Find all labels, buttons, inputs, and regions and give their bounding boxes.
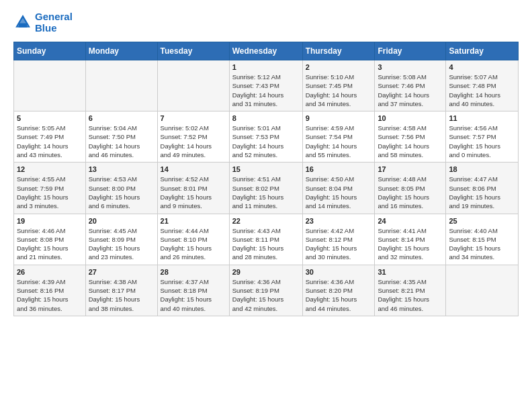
day-number: 3 — [378, 63, 443, 71]
calendar-cell: 4Sunrise: 5:07 AM Sunset: 7:48 PM Daylig… — [446, 60, 519, 111]
day-info: Sunrise: 5:05 AM Sunset: 7:49 PM Dayligh… — [17, 124, 83, 159]
header: General Blue — [13, 11, 519, 34]
day-number: 11 — [449, 114, 515, 122]
calendar-cell: 30Sunrise: 4:36 AM Sunset: 8:20 PM Dayli… — [302, 265, 375, 316]
day-info: Sunrise: 4:39 AM Sunset: 8:16 PM Dayligh… — [17, 277, 83, 313]
day-info: Sunrise: 4:45 AM Sunset: 8:09 PM Dayligh… — [89, 226, 154, 262]
calendar-cell: 28Sunrise: 4:37 AM Sunset: 8:18 PM Dayli… — [157, 265, 229, 316]
day-info: Sunrise: 4:41 AM Sunset: 8:14 PM Dayligh… — [378, 226, 443, 262]
day-info: Sunrise: 5:01 AM Sunset: 7:53 PM Dayligh… — [232, 124, 300, 159]
day-number: 8 — [232, 114, 300, 122]
calendar-cell: 1Sunrise: 5:12 AM Sunset: 7:43 PM Daylig… — [229, 60, 302, 111]
day-number: 2 — [306, 63, 372, 71]
calendar-cell — [446, 265, 519, 316]
day-number: 9 — [306, 114, 372, 122]
day-number: 4 — [449, 63, 515, 71]
calendar-cell: 31Sunrise: 4:35 AM Sunset: 8:21 PM Dayli… — [375, 265, 446, 316]
day-info: Sunrise: 4:44 AM Sunset: 8:10 PM Dayligh… — [161, 226, 226, 262]
day-info: Sunrise: 4:48 AM Sunset: 8:05 PM Dayligh… — [378, 175, 443, 210]
week-row-1: 1Sunrise: 5:12 AM Sunset: 7:43 PM Daylig… — [14, 60, 519, 111]
day-info: Sunrise: 4:55 AM Sunset: 7:59 PM Dayligh… — [17, 175, 83, 210]
day-number: 6 — [89, 114, 154, 122]
calendar-cell: 22Sunrise: 4:43 AM Sunset: 8:11 PM Dayli… — [229, 214, 302, 265]
day-info: Sunrise: 4:43 AM Sunset: 8:11 PM Dayligh… — [232, 226, 300, 262]
day-info: Sunrise: 4:40 AM Sunset: 8:15 PM Dayligh… — [449, 226, 515, 262]
day-info: Sunrise: 5:02 AM Sunset: 7:52 PM Dayligh… — [161, 124, 226, 159]
day-info: Sunrise: 5:08 AM Sunset: 7:46 PM Dayligh… — [378, 73, 443, 108]
calendar-cell: 7Sunrise: 5:02 AM Sunset: 7:52 PM Daylig… — [157, 111, 229, 163]
day-info: Sunrise: 4:38 AM Sunset: 8:17 PM Dayligh… — [89, 277, 154, 313]
calendar-cell: 17Sunrise: 4:48 AM Sunset: 8:05 PM Dayli… — [375, 163, 446, 214]
day-number: 24 — [378, 217, 443, 225]
calendar-cell: 18Sunrise: 4:47 AM Sunset: 8:06 PM Dayli… — [446, 163, 519, 214]
day-info: Sunrise: 5:10 AM Sunset: 7:45 PM Dayligh… — [306, 73, 372, 108]
calendar-cell — [85, 60, 157, 111]
calendar-cell: 6Sunrise: 5:04 AM Sunset: 7:50 PM Daylig… — [85, 111, 157, 163]
week-row-5: 26Sunrise: 4:39 AM Sunset: 8:16 PM Dayli… — [14, 265, 519, 316]
day-info: Sunrise: 5:07 AM Sunset: 7:48 PM Dayligh… — [449, 73, 515, 108]
day-info: Sunrise: 4:58 AM Sunset: 7:56 PM Dayligh… — [378, 124, 443, 159]
calendar-cell: 29Sunrise: 4:36 AM Sunset: 8:19 PM Dayli… — [229, 265, 302, 316]
day-header-thursday: Thursday — [302, 42, 375, 60]
day-number: 31 — [378, 268, 443, 276]
header-row: SundayMondayTuesdayWednesdayThursdayFrid… — [14, 42, 519, 60]
calendar-cell: 5Sunrise: 5:05 AM Sunset: 7:49 PM Daylig… — [14, 111, 86, 163]
day-number: 27 — [89, 268, 154, 276]
calendar-cell: 10Sunrise: 4:58 AM Sunset: 7:56 PM Dayli… — [375, 111, 446, 163]
day-info: Sunrise: 4:59 AM Sunset: 7:54 PM Dayligh… — [306, 124, 372, 159]
calendar-cell: 8Sunrise: 5:01 AM Sunset: 7:53 PM Daylig… — [229, 111, 302, 163]
week-row-3: 12Sunrise: 4:55 AM Sunset: 7:59 PM Dayli… — [14, 163, 519, 214]
calendar-cell: 9Sunrise: 4:59 AM Sunset: 7:54 PM Daylig… — [302, 111, 375, 163]
calendar-table: SundayMondayTuesdayWednesdayThursdayFrid… — [13, 42, 519, 316]
calendar-cell: 25Sunrise: 4:40 AM Sunset: 8:15 PM Dayli… — [446, 214, 519, 265]
day-info: Sunrise: 5:04 AM Sunset: 7:50 PM Dayligh… — [89, 124, 154, 159]
day-number: 12 — [17, 165, 83, 173]
logo-icon — [13, 13, 32, 32]
calendar-cell: 20Sunrise: 4:45 AM Sunset: 8:09 PM Dayli… — [85, 214, 157, 265]
calendar-cell: 27Sunrise: 4:38 AM Sunset: 8:17 PM Dayli… — [85, 265, 157, 316]
day-info: Sunrise: 4:56 AM Sunset: 7:57 PM Dayligh… — [449, 124, 515, 159]
day-number: 17 — [378, 165, 443, 173]
day-number: 10 — [378, 114, 443, 122]
calendar-cell: 21Sunrise: 4:44 AM Sunset: 8:10 PM Dayli… — [157, 214, 229, 265]
calendar-cell: 26Sunrise: 4:39 AM Sunset: 8:16 PM Dayli… — [14, 265, 86, 316]
day-info: Sunrise: 4:37 AM Sunset: 8:18 PM Dayligh… — [161, 277, 226, 313]
day-number: 20 — [89, 217, 154, 225]
day-number: 7 — [161, 114, 226, 122]
day-number: 15 — [232, 165, 300, 173]
day-number: 26 — [17, 268, 83, 276]
calendar-cell: 19Sunrise: 4:46 AM Sunset: 8:08 PM Dayli… — [14, 214, 86, 265]
day-info: Sunrise: 4:50 AM Sunset: 8:04 PM Dayligh… — [306, 175, 372, 210]
calendar-cell: 12Sunrise: 4:55 AM Sunset: 7:59 PM Dayli… — [14, 163, 86, 214]
svg-rect-2 — [19, 24, 27, 28]
calendar-cell — [14, 60, 86, 111]
week-row-4: 19Sunrise: 4:46 AM Sunset: 8:08 PM Dayli… — [14, 214, 519, 265]
week-row-2: 5Sunrise: 5:05 AM Sunset: 7:49 PM Daylig… — [14, 111, 519, 163]
day-info: Sunrise: 4:51 AM Sunset: 8:02 PM Dayligh… — [232, 175, 300, 210]
day-number: 23 — [306, 217, 372, 225]
day-number: 22 — [232, 217, 300, 225]
day-info: Sunrise: 4:53 AM Sunset: 8:00 PM Dayligh… — [89, 175, 154, 210]
calendar-cell: 23Sunrise: 4:42 AM Sunset: 8:12 PM Dayli… — [302, 214, 375, 265]
day-info: Sunrise: 4:35 AM Sunset: 8:21 PM Dayligh… — [378, 277, 443, 313]
day-number: 1 — [232, 63, 300, 71]
day-number: 18 — [449, 165, 515, 173]
day-header-saturday: Saturday — [446, 42, 519, 60]
calendar-cell: 14Sunrise: 4:52 AM Sunset: 8:01 PM Dayli… — [157, 163, 229, 214]
day-number: 28 — [161, 268, 226, 276]
day-number: 16 — [306, 165, 372, 173]
day-number: 29 — [232, 268, 300, 276]
day-info: Sunrise: 4:42 AM Sunset: 8:12 PM Dayligh… — [306, 226, 372, 262]
day-number: 19 — [17, 217, 83, 225]
day-number: 21 — [161, 217, 226, 225]
calendar-cell: 2Sunrise: 5:10 AM Sunset: 7:45 PM Daylig… — [302, 60, 375, 111]
calendar-cell: 11Sunrise: 4:56 AM Sunset: 7:57 PM Dayli… — [446, 111, 519, 163]
day-number: 25 — [449, 217, 515, 225]
day-info: Sunrise: 4:52 AM Sunset: 8:01 PM Dayligh… — [161, 175, 226, 210]
calendar-cell — [157, 60, 229, 111]
day-number: 13 — [89, 165, 154, 173]
day-number: 5 — [17, 114, 83, 122]
day-header-monday: Monday — [85, 42, 157, 60]
calendar-cell: 16Sunrise: 4:50 AM Sunset: 8:04 PM Dayli… — [302, 163, 375, 214]
day-header-friday: Friday — [375, 42, 446, 60]
